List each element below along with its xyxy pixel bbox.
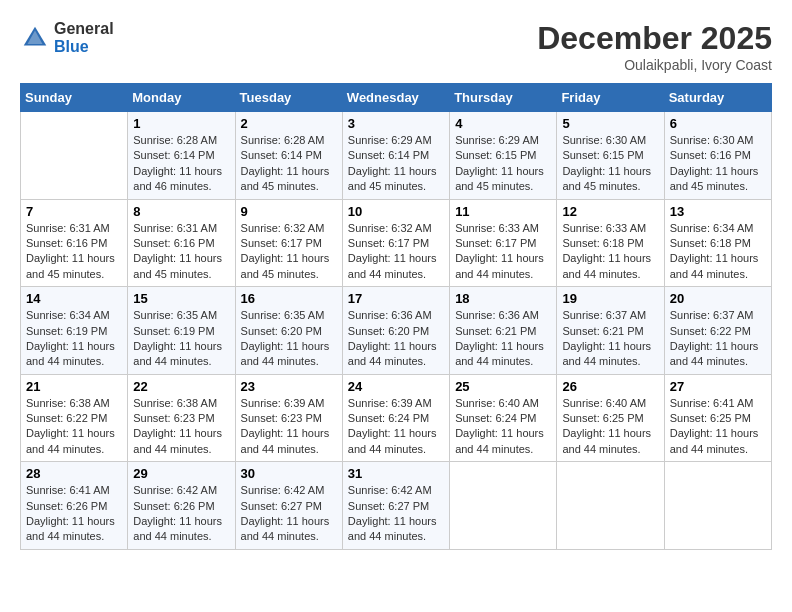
calendar-day-cell: 18Sunrise: 6:36 AMSunset: 6:21 PMDayligh… [450,287,557,375]
calendar-day-cell: 9Sunrise: 6:32 AMSunset: 6:17 PMDaylight… [235,199,342,287]
calendar-day-cell: 31Sunrise: 6:42 AMSunset: 6:27 PMDayligh… [342,462,449,550]
day-info: Sunrise: 6:31 AMSunset: 6:16 PMDaylight:… [26,221,122,283]
weekday-header-wednesday: Wednesday [342,84,449,112]
calendar-day-cell: 2Sunrise: 6:28 AMSunset: 6:14 PMDaylight… [235,112,342,200]
calendar-day-cell: 5Sunrise: 6:30 AMSunset: 6:15 PMDaylight… [557,112,664,200]
day-number: 21 [26,379,122,394]
calendar-day-cell: 14Sunrise: 6:34 AMSunset: 6:19 PMDayligh… [21,287,128,375]
day-info: Sunrise: 6:29 AMSunset: 6:15 PMDaylight:… [455,133,551,195]
day-info: Sunrise: 6:35 AMSunset: 6:19 PMDaylight:… [133,308,229,370]
day-number: 3 [348,116,444,131]
calendar-week-4: 21Sunrise: 6:38 AMSunset: 6:22 PMDayligh… [21,374,772,462]
title-block: December 2025 Oulaikpabli, Ivory Coast [537,20,772,73]
logo-text: General Blue [54,20,114,55]
day-info: Sunrise: 6:37 AMSunset: 6:21 PMDaylight:… [562,308,658,370]
day-number: 27 [670,379,766,394]
logo: General Blue [20,20,114,55]
day-number: 8 [133,204,229,219]
day-info: Sunrise: 6:37 AMSunset: 6:22 PMDaylight:… [670,308,766,370]
calendar-day-cell: 4Sunrise: 6:29 AMSunset: 6:15 PMDaylight… [450,112,557,200]
day-info: Sunrise: 6:39 AMSunset: 6:23 PMDaylight:… [241,396,337,458]
day-number: 10 [348,204,444,219]
day-number: 4 [455,116,551,131]
day-info: Sunrise: 6:32 AMSunset: 6:17 PMDaylight:… [348,221,444,283]
logo-icon [20,23,50,53]
logo-general: General [54,20,114,38]
day-info: Sunrise: 6:35 AMSunset: 6:20 PMDaylight:… [241,308,337,370]
day-info: Sunrise: 6:29 AMSunset: 6:14 PMDaylight:… [348,133,444,195]
day-info: Sunrise: 6:33 AMSunset: 6:17 PMDaylight:… [455,221,551,283]
day-number: 1 [133,116,229,131]
calendar-day-cell: 1Sunrise: 6:28 AMSunset: 6:14 PMDaylight… [128,112,235,200]
day-number: 14 [26,291,122,306]
calendar-day-cell: 11Sunrise: 6:33 AMSunset: 6:17 PMDayligh… [450,199,557,287]
day-number: 16 [241,291,337,306]
day-number: 15 [133,291,229,306]
weekday-header-friday: Friday [557,84,664,112]
calendar-day-cell: 26Sunrise: 6:40 AMSunset: 6:25 PMDayligh… [557,374,664,462]
calendar-day-cell: 22Sunrise: 6:38 AMSunset: 6:23 PMDayligh… [128,374,235,462]
day-info: Sunrise: 6:38 AMSunset: 6:23 PMDaylight:… [133,396,229,458]
day-number: 20 [670,291,766,306]
calendar-day-cell: 16Sunrise: 6:35 AMSunset: 6:20 PMDayligh… [235,287,342,375]
calendar-day-cell: 21Sunrise: 6:38 AMSunset: 6:22 PMDayligh… [21,374,128,462]
day-number: 30 [241,466,337,481]
calendar-day-cell: 13Sunrise: 6:34 AMSunset: 6:18 PMDayligh… [664,199,771,287]
day-info: Sunrise: 6:41 AMSunset: 6:25 PMDaylight:… [670,396,766,458]
day-info: Sunrise: 6:30 AMSunset: 6:16 PMDaylight:… [670,133,766,195]
calendar-day-cell: 19Sunrise: 6:37 AMSunset: 6:21 PMDayligh… [557,287,664,375]
calendar-day-cell: 3Sunrise: 6:29 AMSunset: 6:14 PMDaylight… [342,112,449,200]
calendar-day-cell [664,462,771,550]
calendar-day-cell: 10Sunrise: 6:32 AMSunset: 6:17 PMDayligh… [342,199,449,287]
day-info: Sunrise: 6:34 AMSunset: 6:19 PMDaylight:… [26,308,122,370]
day-number: 26 [562,379,658,394]
day-info: Sunrise: 6:28 AMSunset: 6:14 PMDaylight:… [133,133,229,195]
day-number: 25 [455,379,551,394]
day-info: Sunrise: 6:36 AMSunset: 6:21 PMDaylight:… [455,308,551,370]
day-number: 31 [348,466,444,481]
location: Oulaikpabli, Ivory Coast [537,57,772,73]
calendar-day-cell: 28Sunrise: 6:41 AMSunset: 6:26 PMDayligh… [21,462,128,550]
calendar-day-cell: 7Sunrise: 6:31 AMSunset: 6:16 PMDaylight… [21,199,128,287]
day-number: 12 [562,204,658,219]
weekday-header-sunday: Sunday [21,84,128,112]
calendar-day-cell: 23Sunrise: 6:39 AMSunset: 6:23 PMDayligh… [235,374,342,462]
day-info: Sunrise: 6:31 AMSunset: 6:16 PMDaylight:… [133,221,229,283]
weekday-header-saturday: Saturday [664,84,771,112]
calendar-day-cell: 15Sunrise: 6:35 AMSunset: 6:19 PMDayligh… [128,287,235,375]
day-number: 17 [348,291,444,306]
calendar-day-cell: 8Sunrise: 6:31 AMSunset: 6:16 PMDaylight… [128,199,235,287]
calendar-day-cell: 25Sunrise: 6:40 AMSunset: 6:24 PMDayligh… [450,374,557,462]
day-info: Sunrise: 6:42 AMSunset: 6:27 PMDaylight:… [241,483,337,545]
month-title: December 2025 [537,20,772,57]
calendar-day-cell: 12Sunrise: 6:33 AMSunset: 6:18 PMDayligh… [557,199,664,287]
day-number: 29 [133,466,229,481]
calendar-day-cell: 29Sunrise: 6:42 AMSunset: 6:26 PMDayligh… [128,462,235,550]
day-number: 11 [455,204,551,219]
day-info: Sunrise: 6:38 AMSunset: 6:22 PMDaylight:… [26,396,122,458]
calendar-week-2: 7Sunrise: 6:31 AMSunset: 6:16 PMDaylight… [21,199,772,287]
day-number: 7 [26,204,122,219]
calendar-day-cell [557,462,664,550]
calendar-table: SundayMondayTuesdayWednesdayThursdayFrid… [20,83,772,550]
day-info: Sunrise: 6:40 AMSunset: 6:24 PMDaylight:… [455,396,551,458]
day-number: 28 [26,466,122,481]
calendar-day-cell: 20Sunrise: 6:37 AMSunset: 6:22 PMDayligh… [664,287,771,375]
weekday-header-monday: Monday [128,84,235,112]
day-number: 13 [670,204,766,219]
day-number: 6 [670,116,766,131]
calendar-day-cell: 27Sunrise: 6:41 AMSunset: 6:25 PMDayligh… [664,374,771,462]
day-info: Sunrise: 6:42 AMSunset: 6:27 PMDaylight:… [348,483,444,545]
calendar-day-cell [450,462,557,550]
day-info: Sunrise: 6:36 AMSunset: 6:20 PMDaylight:… [348,308,444,370]
day-number: 18 [455,291,551,306]
day-info: Sunrise: 6:32 AMSunset: 6:17 PMDaylight:… [241,221,337,283]
logo-blue: Blue [54,38,114,56]
day-number: 2 [241,116,337,131]
day-number: 22 [133,379,229,394]
calendar-day-cell: 17Sunrise: 6:36 AMSunset: 6:20 PMDayligh… [342,287,449,375]
weekday-header-tuesday: Tuesday [235,84,342,112]
day-number: 5 [562,116,658,131]
calendar-week-5: 28Sunrise: 6:41 AMSunset: 6:26 PMDayligh… [21,462,772,550]
day-info: Sunrise: 6:33 AMSunset: 6:18 PMDaylight:… [562,221,658,283]
